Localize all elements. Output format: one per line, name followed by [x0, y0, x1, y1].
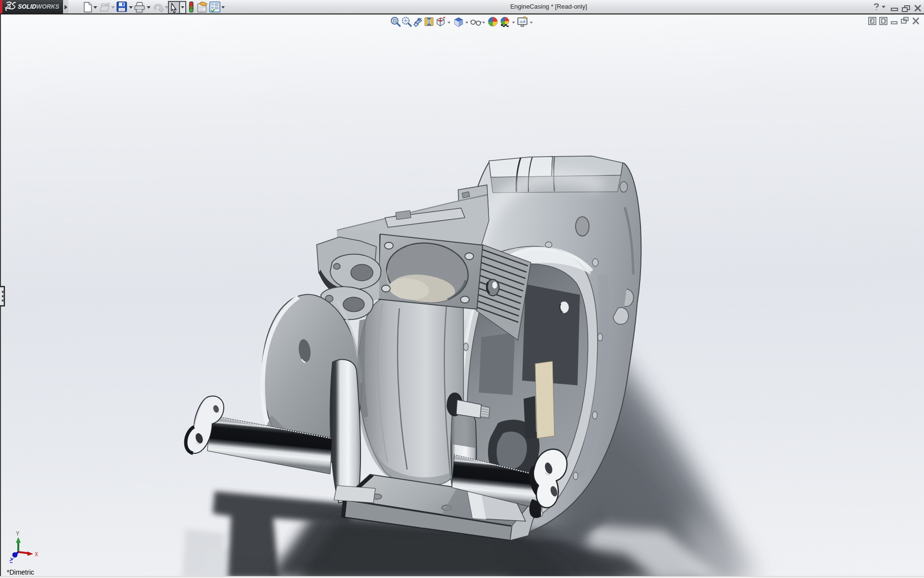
svg-text:SOLIDWORKS: SOLIDWORKS	[18, 3, 60, 10]
svg-text:X: X	[35, 552, 38, 558]
svg-text:Y: Y	[16, 531, 19, 538]
